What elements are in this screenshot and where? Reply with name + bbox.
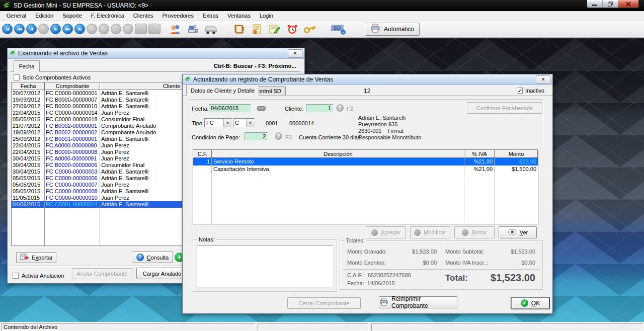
- item-row[interactable]: Capacitación Intensiva %21,00 $1,500.00: [193, 166, 538, 173]
- client-info-line: Pueyrredon 935: [358, 121, 421, 128]
- status-panel-2: [258, 323, 369, 331]
- menu-item[interactable]: F. Electrónica: [87, 12, 129, 20]
- ok-button[interactable]: ✓ OK: [511, 297, 550, 309]
- cash-register-button[interactable]: [185, 22, 201, 36]
- toolbar-nav-button[interactable]: [111, 24, 121, 34]
- reprint-voucher-button[interactable]: Reimprimir Comprobante: [379, 296, 457, 308]
- totals-label: Totales:: [344, 237, 366, 243]
- toolbar-nav-button[interactable]: ▶: [50, 24, 61, 34]
- condicion-lookup-button[interactable]: ?: [275, 132, 282, 140]
- close-button[interactable]: [618, 0, 638, 8]
- browse-window-titlebar[interactable]: Examinando el archivo de Ventas ✕: [8, 48, 304, 59]
- menu-item[interactable]: General: [2, 12, 31, 20]
- client-info: Adrián E. SantarelliPueyrredon 9352630-0…: [358, 102, 421, 154]
- col-iva[interactable]: % IVA: [464, 150, 495, 158]
- menu-item[interactable]: Proveedores: [158, 12, 198, 20]
- toolbar-nav-button[interactable]: i: [99, 24, 109, 34]
- export-icon: [20, 253, 29, 262]
- minimize-button[interactable]: [587, 0, 603, 8]
- printer-icon: [370, 24, 380, 34]
- delete-item-button[interactable]: Borrar: [454, 226, 495, 238]
- menu-item[interactable]: Clientes: [129, 12, 158, 20]
- confirm-header-button[interactable]: Confirmar Encabezado: [467, 102, 542, 114]
- menu-item[interactable]: Edición: [31, 12, 58, 20]
- close-voucher-button[interactable]: Cerrar Comprobante: [287, 297, 361, 309]
- totals-groupbox: Totales: Monto Gravado:$1,523.00 Monto E…: [340, 240, 543, 290]
- toolbar-nav-button[interactable]: ◀◀: [14, 24, 25, 34]
- edit-window-titlebar[interactable]: Actualizando un registro de Comprobante …: [183, 74, 552, 85]
- restore-button[interactable]: [603, 0, 618, 8]
- doc-number: 00000014: [289, 120, 314, 126]
- fecha-input[interactable]: 04/06/2015: [209, 104, 251, 113]
- tipo-dropdown[interactable]: FC ▼: [204, 118, 232, 127]
- toolbar-nav-button[interactable]: ▶|: [74, 24, 85, 34]
- inactive-checkbox-row[interactable]: ✓ Inactivo: [517, 88, 544, 94]
- sd-help-button[interactable]: SD?: [331, 22, 347, 36]
- col-cf[interactable]: C.F.: [193, 150, 212, 158]
- eye-icon: [508, 229, 517, 236]
- toolbar-nav-button[interactable]: [148, 24, 160, 34]
- client-info-line: Responsable Monotributo: [358, 134, 421, 141]
- client-info-line: 2630-001 Firmat: [358, 128, 421, 134]
- cliente-lookup-button[interactable]: ?: [336, 104, 344, 112]
- col-comprobante[interactable]: Comprobante: [45, 82, 100, 90]
- toolbar-nav-button[interactable]: ◀: [26, 24, 37, 34]
- col-fecha[interactable]: Fecha: [12, 82, 45, 90]
- active-only-checkbox-row[interactable]: Solo Comprobantes Activos: [14, 74, 91, 80]
- cae-label: C.A.E.:: [347, 272, 365, 278]
- edit-tab-strip: Datos de Cliente y Detalle Control SD 12…: [183, 85, 552, 96]
- condicion-input[interactable]: 2: [245, 132, 268, 141]
- col-monto[interactable]: Monto: [495, 150, 538, 158]
- calendar-handle-icon[interactable]: [257, 106, 266, 111]
- menu-item[interactable]: Ventanas: [223, 12, 255, 20]
- add-item-button[interactable]: Agregar: [366, 226, 406, 238]
- active-only-checkbox[interactable]: [14, 74, 20, 80]
- export-button[interactable]: Exportar: [16, 252, 56, 263]
- toolbar-nav-button[interactable]: ↶: [87, 24, 97, 34]
- automatic-print-label: Automático: [384, 26, 414, 33]
- annul-checkbox-label: Activar Anulacion: [22, 273, 64, 279]
- chevron-down-icon: ▼: [246, 119, 254, 127]
- gravado-value: $1,523.00: [412, 249, 437, 255]
- menu-item[interactable]: Soporte: [58, 12, 87, 20]
- menu-item[interactable]: Extras: [198, 12, 223, 20]
- key-button[interactable]: [302, 22, 318, 36]
- col-descripcion[interactable]: Descripción: [212, 150, 464, 158]
- automatic-print-button[interactable]: Automático: [365, 23, 420, 36]
- clients-button[interactable]: [168, 22, 184, 36]
- toolbar-nav-button[interactable]: [123, 24, 133, 34]
- toolbar-nav-button[interactable]: [135, 24, 147, 34]
- load-annulled-button[interactable]: Cargar Anulado: [136, 268, 188, 279]
- main-titlebar: SD Gestión Mini - SU EMPRESA - USUARIO: …: [0, 0, 644, 11]
- annul-checkbox-row[interactable]: Activar Anulacion: [13, 273, 64, 279]
- toolbar-nav-button[interactable]: |◀: [2, 24, 13, 34]
- address-book-button[interactable]: [231, 22, 248, 36]
- view-item-button[interactable]: Ver: [499, 226, 537, 238]
- letra-dropdown[interactable]: C ▼: [233, 118, 255, 127]
- close-icon[interactable]: ✕: [536, 75, 550, 84]
- tab-fecha[interactable]: Fecha: [14, 60, 40, 72]
- iva-value: $0.00: [521, 260, 535, 266]
- inactive-label: Inactivo: [525, 88, 544, 94]
- item-row[interactable]: 1 Servicio Remoto %21,00 $23.00: [193, 158, 538, 166]
- modify-item-button[interactable]: Modificar: [410, 226, 450, 238]
- notes-textarea[interactable]: [197, 245, 333, 288]
- toolbar-nav-button[interactable]: ▶▶: [62, 24, 73, 34]
- annul-voucher-button[interactable]: Anular Comprobante: [72, 268, 132, 279]
- truck-button[interactable]: [203, 22, 219, 36]
- inactive-checkbox[interactable]: ✓: [517, 88, 523, 94]
- toolbar: |◀◀◀◀▶▶▶▶|↶i SD? Automático: [0, 21, 644, 38]
- note-edit-button[interactable]: [267, 22, 283, 36]
- annul-checkbox[interactable]: [13, 273, 19, 279]
- total-value: $1,523.00: [491, 272, 535, 284]
- certificate-button[interactable]: [249, 22, 265, 36]
- consult-button[interactable]: ? Consulta: [132, 252, 173, 263]
- cliente-input[interactable]: 1: [306, 104, 333, 113]
- alarm-clock-button[interactable]: [284, 22, 300, 36]
- subtotal-label: Monto Subtotal:: [445, 249, 484, 255]
- close-icon[interactable]: ✕: [288, 49, 302, 58]
- tab-datos-cliente[interactable]: Datos de Cliente y Detalle: [186, 85, 259, 96]
- status-bar: Contenido del Archivo: [0, 322, 644, 331]
- menu-item[interactable]: Login: [255, 12, 278, 20]
- toolbar-nav-button[interactable]: [38, 24, 49, 34]
